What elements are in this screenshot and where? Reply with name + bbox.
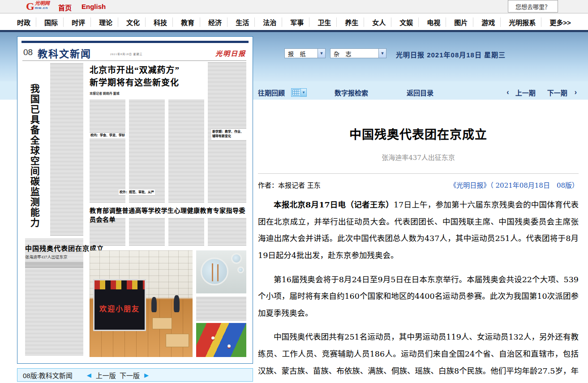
newspaper-select[interactable]: 报 纸 ▼ [284,48,326,58]
article: 中国残奥代表团在京成立 张海迪率437人出征东京 作者：本报记者 王东 《光明日… [258,125,579,383]
chevron-down-icon[interactable]: ▼ [378,49,386,58]
photo-person [151,297,157,312]
nav-item[interactable]: 生活 [227,17,252,27]
home-link[interactable]: 首页 [58,3,72,12]
newsprint-page-number: 08 [23,47,33,57]
article-dateline: 本报北京8月17日电（记者王东） [274,200,394,209]
nav-item[interactable]: 文娱 [391,17,416,27]
article-divider [258,173,579,174]
newspaper-page: 08 教科文新闻 2021年8月18日 星期三 光明日报 我国已具备全球空间碳监… [21,41,249,359]
issue-date-label: 光明日报 2021年08月18日 星期三 [396,50,506,59]
utility-bar: G 光明网 mw.cn 首页 English 您想去哪里？ [0,0,588,13]
calendar-icon[interactable] [291,88,301,97]
nav-item[interactable]: 军事 [282,17,306,27]
nav-item[interactable]: 时政 [14,17,33,27]
back-issues-link[interactable]: 往期回顾 [258,88,285,97]
nav-item[interactable]: 光明报系 [500,17,538,27]
photo-person [174,295,180,312]
newsprint-masthead: 光明日报 [215,48,246,58]
nav-item[interactable]: 图片 [446,17,470,27]
newsprint-text-column [168,100,204,203]
newsprint-photo-playground [196,323,246,357]
digital-search-link[interactable]: 数字报检索 [335,88,368,97]
page-pager-bar: 08版:教科文新闻 ◀ 上一版 下一版 ▶ [17,368,253,382]
next-page-link[interactable]: 下一版 [120,370,140,380]
photo-round-window [231,253,242,264]
newspaper-page-thumbnail[interactable]: 08 教科文新闻 2021年8月18日 星期三 光明日报 我国已具备全球空间碳监… [17,36,253,364]
gmw-logo[interactable]: G 光明网 mw.cn [26,1,50,12]
english-link[interactable]: English [82,3,106,12]
calendar-picker[interactable]: ▼ [291,88,307,97]
nav-item[interactable]: 女人 [364,17,388,27]
nav-item[interactable]: 卫生 [309,17,334,27]
newsprint-date-meta: 2021年8月18日 星期三 [110,52,143,56]
newsprint-text-column [129,100,165,203]
newsprint-photo-caption [196,297,246,320]
nav-item[interactable]: 文化 [118,17,142,27]
nav-item[interactable]: 理论 [90,17,115,27]
newsprint-subhead-inside: 校内：学会、学足、学好 [90,133,126,138]
nav-item[interactable]: 科技 [145,17,170,27]
newsprint-article2-headline: 教育部调整普通高等学校学生心理健康教育专家指导委员会名单 [90,206,247,224]
photo-bunting [94,280,145,289]
nav-item[interactable]: 时评 [63,17,88,27]
where-to-go-dropdown[interactable]: 您想去哪里？ [508,0,558,13]
photo-table [166,334,189,347]
chevron-down-icon[interactable]: ▼ [318,49,325,58]
photo-child [227,344,231,348]
newsprint-subhead-newterm: 新学期：教学、作业、辅导有新变化 [211,129,246,139]
newsprint-text-column [25,262,83,356]
newsprint-article3-subtitle: 张海迪率437人出征东京 [25,254,68,260]
newsprint-article1-byline: 本报记者 姚晓丹 董城 [90,91,120,95]
photo-blackboard-text: 欢迎小朋友 [99,303,140,314]
prev-page-arrow-icon[interactable]: ◀ [87,372,91,379]
nav-item[interactable]: 电视 [418,17,443,27]
back-to-contents-link[interactable]: 返回目录 [407,88,433,97]
nav-item[interactable]: 教育 [172,17,197,27]
newsprint-subhead-outside: 校外：规范、审批、从严 [119,190,155,195]
next-issue-link[interactable]: 下一期 [547,88,567,97]
prev-issue-link[interactable]: 上一期 [515,88,536,97]
next-issue-chevron[interactable]: › [575,88,577,96]
channel-nav: 时政 国际 时评 理论 文化 科技 教育 经济 生活 法治 军事 卫生 养生 女… [0,14,588,30]
article-paragraph: 本报北京8月17日电（记者王东）17日上午，参加第十六届东京残奥会的中国体育代表… [258,197,579,264]
newsprint-article1-headline-line2: 新学期将有这些新变化 [90,77,180,89]
photo-blackboard: 欢迎小朋友 [93,279,146,331]
magazine-select[interactable]: 杂 志 ▼ [330,48,386,58]
calendar-dropdown-arrow[interactable]: ▼ [301,88,307,97]
newsprint-photo-windows [196,250,246,293]
article-meta-row: 作者：本报记者 王东 《光明日报》（ 2021年08月18日 08版） [258,180,579,189]
newsprint-text-column [90,100,125,203]
nav-item[interactable]: 国际 [36,17,60,27]
nav-item[interactable]: 法治 [254,17,279,27]
gmw-logo-domain: mw.cn [35,6,50,10]
article-paragraph: 中国残奥代表团共有251名运动员，其中男运动员119人、女运动员132人，另外还… [258,329,579,383]
newsprint-header-rule [22,60,246,61]
article-subtitle: 张海迪率437人出征东京 [258,152,579,162]
gmw-logo-script: 光明网 [35,1,50,6]
newsprint-top-rule [21,41,249,43]
photo-table [152,318,172,329]
newsprint-section-title: 教科文新闻 [38,46,91,60]
nav-item-more[interactable]: 更多>> [541,17,574,27]
next-page-arrow-icon[interactable]: ▶ [144,372,149,379]
photo-round-window [201,258,228,285]
issue-tools-strip: 往期回顾 ▼ 数字报检索 返回目录 ‹ 上一期 下一期 › [258,85,577,100]
newspaper-select-value: 报 纸 [285,49,318,58]
page-root: G 光明网 mw.cn 首页 English 您想去哪里？ 时政 国际 时评 理… [0,0,588,383]
photo-child [211,336,215,340]
nav-item[interactable]: 游戏 [473,17,498,27]
article-source: 《光明日报》（ 2021年08月18日 08版） [450,180,579,189]
magazine-select-value: 杂 志 [330,49,378,58]
nav-item[interactable]: 经济 [200,17,224,27]
gmw-logo-g: G [26,1,34,12]
newsprint-article1-headline: 北京市开出“双减药方” 新学期将有这些新变化 [90,64,180,89]
nav-item[interactable]: 养生 [336,17,361,27]
newsprint-text-column [50,63,83,236]
article-body: 本报北京8月17日电（记者王东）17日上午，参加第十六届东京残奥会的中国体育代表… [258,197,579,383]
prev-page-link[interactable]: 上一版 [96,370,116,380]
prev-issue-chevron[interactable]: ‹ [506,88,509,96]
newsprint-header: 08 教科文新闻 2021年8月18日 星期三 光明日报 [22,46,249,59]
content-area: 08 教科文新闻 2021年8月18日 星期三 光明日报 我国已具备全球空间碳监… [0,30,588,383]
newsprint-photo-classroom: 欢迎小朋友 [90,250,193,357]
